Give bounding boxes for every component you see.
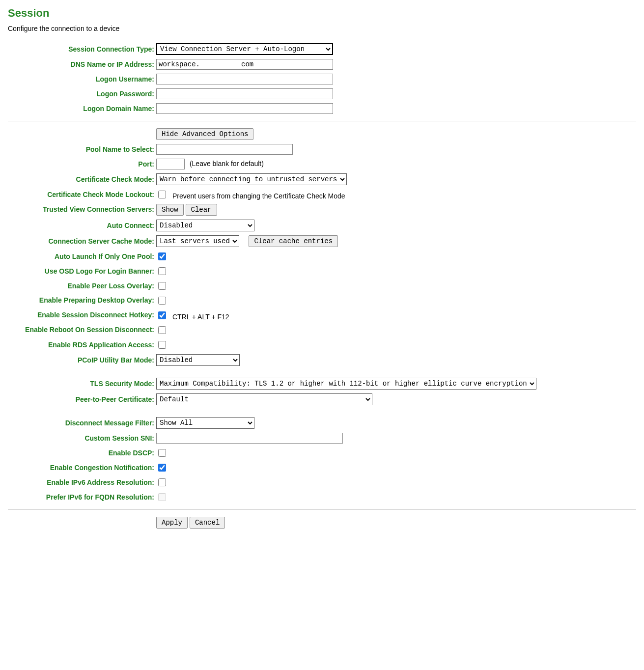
ipv6-pref-checkbox[interactable] bbox=[158, 493, 166, 501]
osd-logo-checkbox[interactable] bbox=[158, 267, 166, 275]
reboot-label: Enable Reboot On Session Disconnect: bbox=[8, 323, 155, 337]
p2p-cert-label: Peer-to-Peer Certificate: bbox=[8, 391, 155, 407]
cert-mode-label: Certificate Check Mode: bbox=[8, 171, 155, 187]
username-input[interactable] bbox=[156, 74, 333, 84]
apply-button[interactable]: Apply bbox=[156, 517, 188, 529]
conn-type-label: Session Connection Type: bbox=[8, 41, 155, 57]
cert-lockout-text: Prevent users from changing the Certific… bbox=[172, 192, 345, 200]
dns-input[interactable] bbox=[156, 59, 333, 70]
domain-label: Logon Domain Name: bbox=[8, 101, 155, 116]
cert-mode-select[interactable]: Warn before connecting to untrusted serv… bbox=[156, 173, 347, 185]
pcoip-bar-label: PCoIP Utility Bar Mode: bbox=[8, 352, 155, 368]
ipv6-res-label: Enable IPv6 Address Resolution: bbox=[8, 475, 155, 490]
preparing-label: Enable Preparing Desktop Overlay: bbox=[8, 293, 155, 308]
tls-mode-select[interactable]: Maximum Compatibility: TLS 1.2 or higher… bbox=[156, 378, 536, 390]
conn-type-select[interactable]: View Connection Server + Auto-Logon bbox=[156, 43, 333, 55]
dscp-label: Enable DSCP: bbox=[8, 446, 155, 460]
cert-lockout-label: Certificate Check Mode Lockout: bbox=[8, 187, 155, 202]
username-label: Logon Username: bbox=[8, 72, 155, 86]
disconnect-filter-label: Disconnect Message Filter: bbox=[8, 415, 155, 431]
tls-mode-label: TLS Security Mode: bbox=[8, 376, 155, 391]
auto-connect-select[interactable]: Disabled bbox=[156, 220, 254, 231]
peer-loss-label: Enable Peer Loss Overlay: bbox=[8, 279, 155, 293]
ipv6-pref-label: Prefer IPv6 for FQDN Resolution: bbox=[8, 490, 155, 504]
osd-logo-label: Use OSD Logo For Login Banner: bbox=[8, 264, 155, 279]
clear-cache-button[interactable]: Clear cache entries bbox=[249, 235, 338, 247]
congestion-checkbox[interactable] bbox=[158, 464, 166, 472]
sni-label: Custom Session SNI: bbox=[8, 431, 155, 446]
hide-advanced-button[interactable]: Hide Advanced Options bbox=[156, 128, 253, 140]
hotkey-text: CTRL + ALT + F12 bbox=[172, 313, 229, 321]
trusted-servers-label: Trusted View Connection Servers: bbox=[8, 202, 155, 218]
cache-mode-label: Connection Server Cache Mode: bbox=[8, 233, 155, 249]
congestion-label: Enable Congestion Notification: bbox=[8, 460, 155, 475]
show-button[interactable]: Show bbox=[156, 204, 184, 216]
hotkey-checkbox[interactable] bbox=[158, 311, 166, 319]
page-title: Session bbox=[8, 7, 636, 20]
cache-mode-select[interactable]: Last servers used bbox=[156, 235, 239, 247]
page-subtitle: Configure the connection to a device bbox=[8, 25, 636, 32]
divider bbox=[8, 121, 636, 121]
sni-input[interactable] bbox=[156, 433, 343, 444]
peer-loss-checkbox[interactable] bbox=[158, 282, 166, 290]
ipv6-res-checkbox[interactable] bbox=[158, 478, 166, 486]
reboot-checkbox[interactable] bbox=[158, 326, 166, 334]
dns-label: DNS Name or IP Address: bbox=[8, 57, 155, 72]
pool-input[interactable] bbox=[156, 144, 293, 155]
port-label: Port: bbox=[8, 157, 155, 171]
clear-button[interactable]: Clear bbox=[186, 204, 217, 216]
port-input[interactable] bbox=[156, 159, 185, 169]
dscp-checkbox[interactable] bbox=[158, 449, 166, 457]
cancel-button[interactable]: Cancel bbox=[190, 517, 225, 529]
cert-lockout-checkbox[interactable] bbox=[158, 191, 166, 198]
password-input[interactable] bbox=[156, 88, 333, 99]
hotkey-label: Enable Session Disconnect Hotkey: bbox=[8, 308, 155, 323]
port-hint: (Leave blank for default) bbox=[190, 160, 264, 168]
domain-input[interactable] bbox=[156, 103, 333, 114]
pcoip-bar-select[interactable]: Disabled bbox=[156, 354, 240, 366]
rds-label: Enable RDS Application Access: bbox=[8, 337, 155, 352]
disconnect-filter-select[interactable]: Show All bbox=[156, 417, 254, 429]
divider bbox=[8, 509, 636, 510]
rds-checkbox[interactable] bbox=[158, 341, 166, 349]
auto-launch-checkbox[interactable] bbox=[158, 252, 166, 260]
auto-connect-label: Auto Connect: bbox=[8, 218, 155, 233]
p2p-cert-select[interactable]: Default bbox=[156, 393, 372, 405]
preparing-checkbox[interactable] bbox=[158, 297, 166, 305]
pool-label: Pool Name to Select: bbox=[8, 142, 155, 157]
password-label: Logon Password: bbox=[8, 86, 155, 101]
auto-launch-label: Auto Launch If Only One Pool: bbox=[8, 249, 155, 264]
